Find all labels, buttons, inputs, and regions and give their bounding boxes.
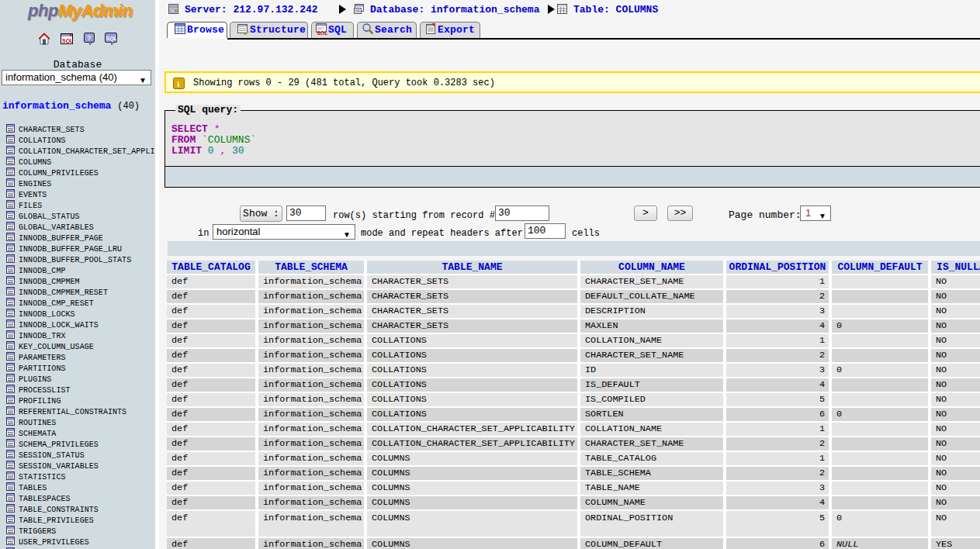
svg-text:SQL: SQL xyxy=(317,30,328,36)
svg-text:?: ? xyxy=(87,34,92,42)
svg-text:i: i xyxy=(178,80,180,88)
svg-text:SQL: SQL xyxy=(62,38,73,44)
svg-text:SQL: SQL xyxy=(106,36,118,42)
